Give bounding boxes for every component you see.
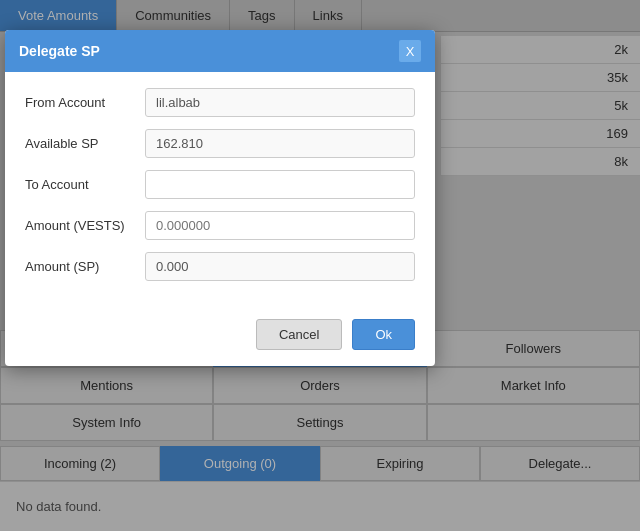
from-account-row: From Account: [25, 88, 415, 117]
to-account-input[interactable]: [145, 170, 415, 199]
amount-vests-label: Amount (VESTS): [25, 218, 145, 233]
available-sp-input: [145, 129, 415, 158]
from-account-label: From Account: [25, 95, 145, 110]
to-account-row: To Account: [25, 170, 415, 199]
amount-vests-input[interactable]: [145, 211, 415, 240]
amount-vests-row: Amount (VESTS): [25, 211, 415, 240]
available-sp-row: Available SP: [25, 129, 415, 158]
available-sp-label: Available SP: [25, 136, 145, 151]
from-account-input: [145, 88, 415, 117]
amount-sp-input: [145, 252, 415, 281]
modal-title: Delegate SP: [19, 43, 100, 59]
cancel-button[interactable]: Cancel: [256, 319, 342, 350]
modal-header: Delegate SP X: [5, 30, 435, 72]
modal-close-button[interactable]: X: [399, 40, 421, 62]
amount-sp-row: Amount (SP): [25, 252, 415, 281]
modal-overlay[interactable]: Delegate SP X From Account Available SP …: [0, 0, 640, 531]
modal-footer: Cancel Ok: [5, 309, 435, 366]
delegate-sp-modal: Delegate SP X From Account Available SP …: [5, 30, 435, 366]
amount-sp-label: Amount (SP): [25, 259, 145, 274]
to-account-label: To Account: [25, 177, 145, 192]
ok-button[interactable]: Ok: [352, 319, 415, 350]
modal-body: From Account Available SP To Account Amo…: [5, 72, 435, 309]
